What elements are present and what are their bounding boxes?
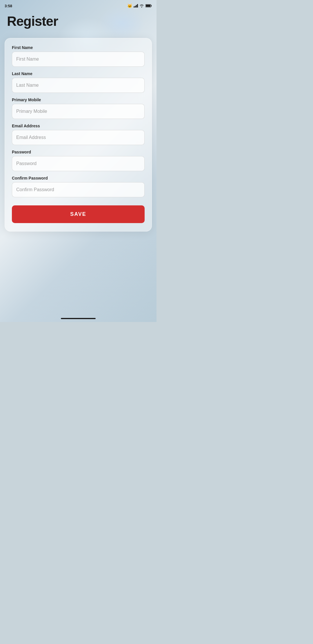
wifi-icon <box>139 4 144 8</box>
battery-icon <box>145 4 152 8</box>
primary-mobile-input[interactable] <box>12 104 145 119</box>
registration-card: First Name Last Name Primary Mobile Emai… <box>5 38 152 231</box>
last-name-input[interactable] <box>12 78 145 93</box>
svg-rect-2 <box>146 5 150 7</box>
first-name-label: First Name <box>12 45 145 50</box>
email-address-label: Email Address <box>12 124 145 128</box>
notification-icon: 🐱 <box>127 3 132 8</box>
confirm-password-input[interactable] <box>12 182 145 197</box>
confirm-password-label: Confirm Password <box>12 176 145 180</box>
last-name-label: Last Name <box>12 71 145 76</box>
password-label: Password <box>12 150 145 154</box>
status-bar: 3:58 🐱 <box>0 0 156 10</box>
status-time: 3:58 <box>5 4 12 8</box>
save-button[interactable]: SAVE <box>12 205 145 223</box>
first-name-group: First Name <box>12 45 145 67</box>
first-name-input[interactable] <box>12 52 145 67</box>
home-bar <box>61 318 96 319</box>
confirm-password-group: Confirm Password <box>12 176 145 197</box>
email-address-input[interactable] <box>12 130 145 145</box>
primary-mobile-group: Primary Mobile <box>12 97 145 119</box>
header: Register <box>0 10 156 38</box>
signal-icon <box>134 4 138 8</box>
svg-rect-1 <box>151 5 152 7</box>
page-title: Register <box>7 13 150 29</box>
email-address-group: Email Address <box>12 124 145 145</box>
registration-form: First Name Last Name Primary Mobile Emai… <box>12 45 145 223</box>
password-group: Password <box>12 150 145 171</box>
primary-mobile-label: Primary Mobile <box>12 97 145 102</box>
status-icons: 🐱 <box>127 3 152 8</box>
last-name-group: Last Name <box>12 71 145 93</box>
password-input[interactable] <box>12 156 145 171</box>
